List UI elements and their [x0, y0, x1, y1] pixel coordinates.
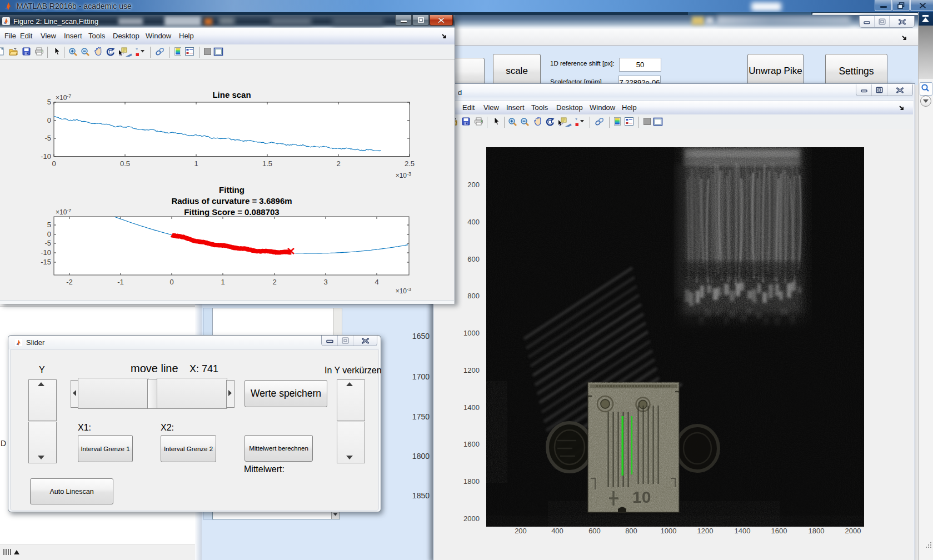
svg-text:0: 0	[52, 159, 56, 168]
svg-text:3: 3	[323, 278, 327, 286]
svg-text:-5: -5	[44, 134, 51, 142]
svg-text:Fitting: Fitting	[219, 185, 245, 194]
svg-text:0: 0	[47, 116, 51, 124]
svg-text:4: 4	[375, 278, 378, 286]
svg-text:×10-7: ×10-7	[56, 93, 71, 102]
svg-text:2: 2	[336, 159, 340, 168]
svg-text:0: 0	[47, 230, 51, 238]
svg-text:1: 1	[194, 159, 198, 168]
svg-text:2: 2	[272, 278, 276, 286]
svg-text:×10-7: ×10-7	[56, 208, 71, 216]
svg-text:-15: -15	[41, 258, 51, 266]
svg-text:5: 5	[47, 98, 51, 106]
svg-text:Line scan: Line scan	[212, 90, 251, 99]
svg-text:-10: -10	[41, 152, 51, 161]
svg-text:Radius of curvature = 3.6896m: Radius of curvature = 3.6896m	[171, 196, 292, 206]
svg-text:×10-3: ×10-3	[396, 287, 411, 295]
svg-text:1: 1	[221, 278, 224, 286]
svg-text:-2: -2	[66, 278, 73, 286]
svg-text:5: 5	[47, 221, 51, 229]
svg-text:10: 10	[632, 488, 651, 506]
svg-text:0: 0	[169, 278, 173, 286]
svg-text:-1: -1	[117, 278, 124, 286]
svg-text:-10: -10	[41, 248, 51, 257]
svg-text:2.5: 2.5	[405, 159, 415, 168]
svg-text:×10-3: ×10-3	[396, 171, 411, 179]
svg-text:1.5: 1.5	[262, 159, 272, 168]
svg-text:-5: -5	[44, 239, 51, 247]
svg-text:0.5: 0.5	[120, 159, 130, 168]
svg-text:Fitting Score = 0.088703: Fitting Score = 0.088703	[184, 207, 279, 217]
